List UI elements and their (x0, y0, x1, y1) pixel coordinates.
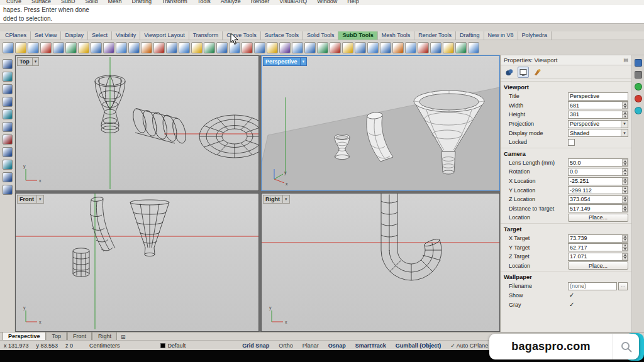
toggle-planar[interactable]: Planar (303, 343, 319, 349)
toolbar-icon[interactable] (40, 42, 52, 53)
spin-down-icon[interactable] (622, 256, 628, 260)
chevron-down-icon[interactable]: ▾ (300, 58, 305, 65)
field-z-target-input[interactable] (568, 253, 628, 261)
spin-down-icon[interactable] (622, 163, 628, 167)
field-height-input[interactable] (568, 111, 628, 119)
tab-set-view[interactable]: Set View (31, 31, 61, 40)
spinner-buttons[interactable] (622, 253, 628, 260)
field-lens-length-mm[interactable] (568, 158, 628, 167)
toolbar-icon[interactable] (330, 42, 341, 53)
toolbar-icon[interactable] (342, 42, 353, 53)
sidebar-tool-icon[interactable] (3, 109, 13, 119)
toolbar-icon[interactable] (254, 42, 265, 53)
sidebar-tool-icon[interactable] (3, 122, 13, 132)
spinner-buttons[interactable] (622, 111, 628, 118)
field-location[interactable]: Place... (568, 261, 628, 270)
toolbar-icon[interactable] (78, 42, 89, 53)
field-x-location-input[interactable] (568, 177, 628, 185)
toolbar-icon[interactable] (204, 42, 215, 53)
toolbar-icon[interactable] (380, 42, 391, 53)
perspective-viewport[interactable]: x y Perspective▾ (261, 55, 500, 191)
tab-render-tools[interactable]: Render Tools (414, 31, 456, 40)
units-label[interactable]: Centimeters (86, 343, 124, 349)
viewport-tab-perspective[interactable]: Perspective (3, 332, 46, 340)
tab-mesh-tools[interactable]: Mesh Tools (378, 31, 414, 40)
field-rotation[interactable] (568, 168, 628, 176)
field-height[interactable] (568, 111, 628, 119)
spinner-buttons[interactable] (622, 102, 628, 109)
field-location[interactable]: Place... (568, 214, 628, 222)
tab-new-in-v8[interactable]: New in V8 (484, 31, 518, 40)
toolbar-icon[interactable] (392, 42, 404, 53)
toolbar-icon[interactable] (468, 42, 479, 53)
spinner-buttons[interactable] (622, 235, 628, 242)
field-width-input[interactable] (568, 101, 628, 109)
spin-down-icon[interactable] (622, 181, 628, 185)
toolbar-icon[interactable] (455, 42, 467, 53)
field-title[interactable] (568, 92, 628, 101)
toolbar-icon[interactable] (267, 42, 278, 53)
toolbar-icon[interactable] (317, 42, 328, 53)
field-z-location[interactable] (568, 195, 628, 204)
top-viewport-title[interactable]: Top▾ (17, 57, 39, 66)
toolbar-icon[interactable] (191, 42, 203, 53)
field-distance-to-target-input[interactable] (568, 204, 628, 212)
menu-mesh[interactable]: Mesh (108, 0, 122, 5)
spinner-buttons[interactable] (622, 196, 628, 203)
toggle-gumball-object[interactable]: Gumball (Object) (396, 343, 441, 349)
toolbar-icon[interactable] (405, 42, 416, 53)
render-properties-icon[interactable] (531, 67, 543, 78)
panel-tab-icon[interactable] (635, 59, 642, 67)
toolbar-icon[interactable] (292, 42, 303, 53)
sidebar-tool-icon[interactable] (3, 160, 13, 170)
menu-curve[interactable]: Curve (6, 0, 21, 5)
front-viewport-title[interactable]: Front▾ (17, 195, 44, 204)
field-x-target[interactable] (568, 234, 628, 243)
field-y-target[interactable] (568, 243, 628, 251)
object-properties-icon[interactable] (504, 67, 515, 78)
toolbar-icon[interactable] (242, 42, 253, 53)
spinner-buttons[interactable] (622, 244, 628, 251)
tab-surface-tools[interactable]: Surface Tools (261, 31, 303, 40)
browse-button[interactable]: ... (618, 282, 628, 290)
tab-polyhedra[interactable]: Polyhedra (518, 31, 552, 40)
spinner-buttons[interactable] (622, 159, 628, 166)
chevron-down-icon[interactable]: ▾ (621, 121, 628, 128)
toolbar-icon[interactable] (116, 42, 127, 53)
perspective-viewport-title[interactable]: Perspective▾ (263, 57, 307, 66)
menu-help[interactable]: Help (347, 0, 359, 5)
spin-down-icon[interactable] (622, 209, 628, 212)
red-status-icon[interactable] (635, 95, 642, 102)
menu-drafting[interactable]: Drafting (132, 0, 152, 5)
tab-display[interactable]: Display (61, 31, 88, 40)
toolbar-icon[interactable] (3, 42, 14, 53)
toolbar-icon[interactable] (153, 42, 165, 53)
toolbar-icon[interactable] (166, 42, 177, 53)
notes-panel-icon[interactable] (635, 71, 642, 79)
sidebar-tool-icon[interactable] (3, 147, 13, 157)
right-viewport-canvas[interactable]: x y (262, 194, 499, 331)
toolbar-icon[interactable] (103, 42, 114, 53)
sidebar-tool-icon[interactable] (3, 134, 13, 145)
viewport-layout-icon[interactable]: ⊞ (118, 334, 129, 340)
right-viewport[interactable]: x y Right▾ (261, 193, 500, 332)
layer-indicator[interactable]: Default (157, 343, 190, 349)
toolbar-icon[interactable] (65, 42, 77, 53)
sidebar-tool-icon[interactable] (3, 59, 13, 69)
spin-down-icon[interactable] (622, 248, 628, 251)
viewport-tab-top[interactable]: Top (47, 332, 67, 340)
viewport-properties-icon[interactable] (518, 67, 529, 78)
top-viewport[interactable]: x y Top▾ (15, 55, 259, 191)
field-y-location[interactable] (568, 186, 628, 194)
toolbar-icon[interactable] (279, 42, 291, 53)
spinner-buttons[interactable] (622, 178, 628, 185)
field-x-location[interactable] (568, 177, 628, 185)
sidebar-tool-icon[interactable] (3, 97, 13, 107)
spin-down-icon[interactable] (622, 199, 628, 203)
tab-cplanes[interactable]: CPlanes (1, 31, 31, 40)
field-projection[interactable]: Perspective▾ (568, 120, 628, 128)
toolbar-icon[interactable] (418, 42, 429, 53)
field-x-target-input[interactable] (568, 234, 628, 243)
menu-tools[interactable]: Tools (197, 0, 211, 5)
tab-visibility[interactable]: Visibility (112, 31, 140, 40)
